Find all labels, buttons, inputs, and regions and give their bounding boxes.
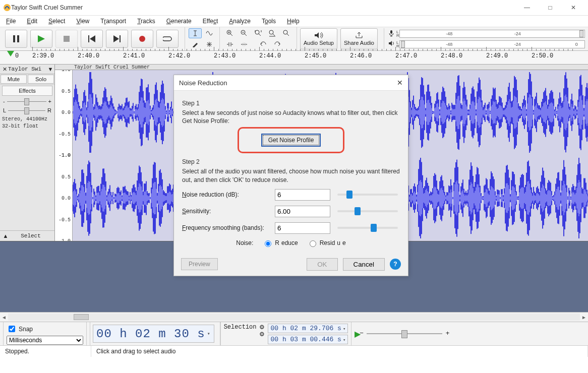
scroll-thumb[interactable] <box>74 314 89 320</box>
close-button[interactable]: ✕ <box>562 0 585 15</box>
audio-setup-button[interactable]: Audio Setup <box>300 28 337 49</box>
record-button[interactable] <box>131 30 153 48</box>
zoom-toggle-icon <box>283 30 290 37</box>
highlight-box: Get Noise Profile <box>238 127 345 153</box>
zoom-out-button[interactable] <box>238 28 251 38</box>
zoom-in-button[interactable] <box>223 28 237 38</box>
svg-rect-2 <box>17 35 19 42</box>
playhead-icon[interactable] <box>7 51 14 56</box>
pause-button[interactable] <box>5 30 27 48</box>
collapse-button[interactable]: ▲ <box>2 233 9 239</box>
play-button[interactable] <box>30 30 52 48</box>
svg-point-12 <box>255 30 259 34</box>
svg-point-9 <box>139 36 145 42</box>
status-hint: Click and drag to select audio <box>91 346 588 357</box>
svg-marker-6 <box>90 35 95 42</box>
menu-help[interactable]: Help <box>285 17 302 26</box>
snap-checkbox[interactable]: Snap <box>7 324 83 334</box>
track-close-button[interactable]: ✕ <box>1 66 8 73</box>
noise-reduction-input[interactable] <box>275 189 330 201</box>
envelope-tool[interactable] <box>203 28 216 38</box>
track-select-button[interactable]: Select <box>9 233 52 239</box>
get-noise-profile-button[interactable]: Get Noise Profile <box>261 134 321 147</box>
sensitivity-slider[interactable] <box>337 210 398 212</box>
fit-project-button[interactable] <box>266 28 279 38</box>
gain-slider[interactable]: -+ <box>0 97 54 106</box>
freq-smoothing-input[interactable] <box>275 222 330 234</box>
svg-rect-4 <box>64 36 70 42</box>
preview-button[interactable]: Preview <box>181 258 218 270</box>
residue-radio[interactable]: Residue <box>307 239 346 247</box>
skip-end-button[interactable] <box>106 30 128 48</box>
skip-start-button[interactable] <box>81 30 103 48</box>
freq-smoothing-slider[interactable] <box>337 227 398 229</box>
dialog-close-button[interactable]: ✕ <box>397 79 403 87</box>
maximize-button[interactable]: □ <box>539 0 562 15</box>
selection-tool[interactable] <box>189 28 202 38</box>
minimize-button[interactable]: — <box>515 0 539 15</box>
step2-text: Select all of the audio you want filtere… <box>182 167 400 183</box>
menu-select[interactable]: Select <box>46 17 67 26</box>
loop-button[interactable] <box>156 30 179 48</box>
zoom-out-icon <box>241 30 248 37</box>
svg-rect-1 <box>13 35 15 42</box>
fit-proj-icon <box>269 30 276 37</box>
share-audio-button[interactable]: Share Audio <box>340 28 378 49</box>
time-dropdown-icon[interactable]: ▾ <box>207 331 211 337</box>
menu-analyze[interactable]: Analyze <box>227 17 253 26</box>
svg-marker-3 <box>38 35 45 42</box>
share-icon <box>355 32 363 39</box>
mute-button[interactable]: Mute <box>1 75 27 84</box>
noise-reduction-slider[interactable] <box>337 194 398 196</box>
snap-unit-select[interactable]: Milliseconds <box>7 336 83 345</box>
timeline-ruler[interactable]: 0 2:39.02:40.02:41.02:42.02:43.02:44.02:… <box>0 51 588 65</box>
svg-marker-7 <box>113 35 119 42</box>
status-bar: Stopped. Click and drag to select audio <box>0 346 588 357</box>
selection-settings-icon[interactable]: ⚙ <box>259 324 265 331</box>
menu-file[interactable]: File <box>4 17 18 26</box>
selection-start[interactable]: 00 h 02 m 29.706 s▾ <box>268 324 348 333</box>
playback-speed-slider[interactable]: −+ <box>367 333 442 334</box>
silence-icon <box>241 42 248 47</box>
sensitivity-label: Sensitivity: <box>182 208 268 215</box>
menu-edit[interactable]: Edit <box>25 17 39 26</box>
noise-label: Noise: <box>236 239 253 246</box>
bottom-toolbar: Snap Milliseconds 00 h 02 m 30 s▾ Select… <box>0 322 588 346</box>
menu-transport[interactable]: Transport <box>98 17 128 26</box>
track-menu-dropdown[interactable]: ▼ <box>47 66 53 72</box>
selection-settings-icon-2[interactable]: ⚙ <box>259 331 265 338</box>
selection-end[interactable]: 00 h 03 m 00.446 s▾ <box>268 335 348 344</box>
zoom-toggle-button[interactable] <box>280 28 293 38</box>
menu-tools[interactable]: Tools <box>260 17 278 26</box>
scroll-right-button[interactable]: ► <box>580 315 588 320</box>
cancel-button[interactable]: Cancel <box>343 258 385 271</box>
app-icon <box>3 4 11 12</box>
menu-tracks[interactable]: Tracks <box>135 17 157 26</box>
menu-effect[interactable]: Effect <box>201 17 220 26</box>
effects-button[interactable]: Effects <box>2 86 52 96</box>
help-button[interactable]: ? <box>390 259 401 270</box>
svg-point-14 <box>283 30 287 34</box>
clip-title-strip[interactable]: Taylor Swift Cruel Summer <box>55 65 588 70</box>
stop-button[interactable] <box>55 30 78 48</box>
solo-button[interactable]: Solo <box>28 75 54 84</box>
noise-reduction-label: Noise reduction (dB): <box>182 191 268 198</box>
menu-generate[interactable]: Generate <box>164 17 194 26</box>
horizontal-scrollbar[interactable]: ◄ ► <box>0 312 588 322</box>
stop-icon <box>64 36 70 42</box>
step1-label: Step 1 <box>182 100 400 107</box>
step1-text: Select a few seconds of just noise so Au… <box>182 109 400 125</box>
scroll-left-button[interactable]: ◄ <box>0 315 8 320</box>
ok-button[interactable]: OK <box>307 258 337 271</box>
rec-meter-grip[interactable] <box>579 30 583 37</box>
reduce-radio[interactable]: Reduce <box>262 239 298 247</box>
fit-selection-button[interactable] <box>252 28 265 38</box>
menu-view[interactable]: View <box>74 17 91 26</box>
pan-slider[interactable]: LR <box>0 106 54 115</box>
recording-meter[interactable]: -48 -24 <box>399 30 585 38</box>
svg-point-13 <box>269 30 273 34</box>
track-name[interactable]: Taylor Swi <box>8 66 47 72</box>
time-display[interactable]: 00 h 02 m 30 s▾ <box>93 325 214 343</box>
sensitivity-input[interactable] <box>275 206 330 217</box>
audio-setup-label: Audio Setup <box>304 40 334 46</box>
